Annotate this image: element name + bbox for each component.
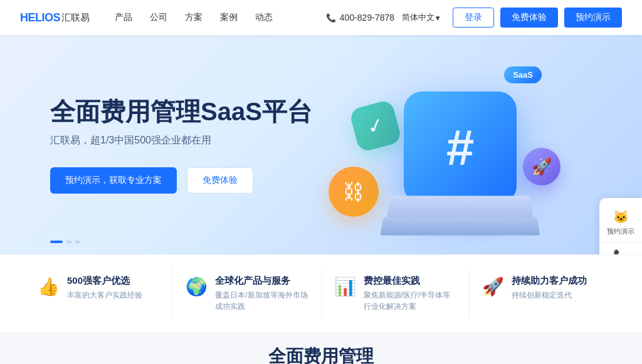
feature-title-0: 500强客户优选	[67, 275, 142, 287]
phone-number: 400-829-7878	[340, 13, 394, 23]
side-panel-phone[interactable]: 📞 电话咨询	[599, 242, 642, 254]
thumbs-up-icon: 👍	[38, 276, 60, 297]
nav-language[interactable]: 简体中文 ▾	[402, 12, 440, 23]
feature-desc-3: 持续创新稳定迭代	[512, 289, 587, 301]
logo-helios: HELIOS	[20, 11, 60, 24]
feature-title-2: 费控最佳实践	[364, 275, 456, 287]
feature-text-0: 500强客户优选 丰富的大客户实践经验	[67, 275, 142, 301]
nav-item-company[interactable]: 公司	[150, 12, 167, 23]
nav-item-products[interactable]: 产品	[115, 12, 132, 23]
hero-buttons: 预约演示，获取专业方案 免费体验	[50, 167, 312, 194]
phone-call-icon: 📞	[613, 249, 629, 254]
side-panel-demo[interactable]: 🐱 预约演示	[599, 203, 642, 242]
globe-icon: 🌍	[186, 276, 208, 297]
demo-button[interactable]: 预约演示	[564, 8, 622, 28]
logo-brand: 汇联易	[61, 12, 90, 24]
bottom-section: 全面费用管理	[0, 332, 642, 364]
feature-desc-2: 聚焦新能源/医疗/半导体等行业化解决方案	[364, 289, 456, 312]
dot-active	[50, 241, 63, 243]
hero-title: 全面费用管理SaaS平台	[50, 96, 312, 127]
chevron-down-icon: ▾	[436, 13, 440, 23]
platform-hash-symbol: #	[446, 123, 475, 173]
side-panel-demo-label: 预约演示	[607, 227, 634, 236]
features-section: 👍 500强客户优选 丰富的大客户实践经验 🌍 全球化产品与服务 覆盖日本/新加…	[0, 254, 642, 332]
navbar: HELIOS 汇联易 产品 公司 方案 案例 动态 📞 400-829-7878…	[0, 0, 642, 35]
platform-base-2	[381, 217, 540, 236]
dot-inactive-1	[66, 241, 71, 243]
nav-item-solutions[interactable]: 方案	[185, 12, 203, 23]
bottom-title: 全面费用管理	[0, 345, 642, 364]
feature-title-1: 全球化产品与服务	[215, 275, 308, 287]
free-trial-button[interactable]: 免费体验	[500, 8, 558, 28]
hero-free-button[interactable]: 免费体验	[187, 167, 253, 194]
login-button[interactable]: 登录	[453, 8, 494, 28]
hero-subtitle: 汇联易，超1/3中国500强企业都在用	[50, 134, 312, 147]
side-panel: 🐱 预约演示 📞 电话咨询 📱 App下载	[599, 198, 642, 254]
language-label: 简体中文	[402, 12, 434, 23]
logo: HELIOS 汇联易	[20, 11, 90, 24]
rocket-icon: 🚀	[482, 276, 504, 297]
hero-content: 全面费用管理SaaS平台 汇联易，超1/3中国500强企业都在用 预约演示，获取…	[0, 96, 312, 194]
saas-badge: SaaS	[504, 66, 542, 83]
nav-item-news[interactable]: 动态	[255, 12, 273, 23]
chart-icon: 📊	[334, 276, 356, 297]
hero-section: 全面费用管理SaaS平台 汇联易，超1/3中国500强企业都在用 预约演示，获取…	[0, 35, 642, 254]
feature-desc-1: 覆盖日本/新加坡等海外市场成功实践	[215, 289, 308, 312]
feature-item-0: 👍 500强客户优选 丰富的大客户实践经验	[25, 268, 173, 320]
dot-inactive-2	[75, 241, 80, 243]
hero-demo-button[interactable]: 预约演示，获取专业方案	[50, 167, 177, 194]
hero-dots	[50, 241, 80, 243]
nav-phone: 📞 400-829-7878	[326, 13, 394, 23]
phone-icon: 📞	[326, 13, 336, 23]
float-rocket-icon: 🚀	[523, 148, 560, 185]
platform-box: #	[404, 91, 517, 204]
feature-item-2: 📊 费控最佳实践 聚焦新能源/医疗/半导体等行业化解决方案	[322, 268, 470, 320]
cat-mascot-icon: 🐱	[613, 209, 629, 224]
feature-text-3: 持续助力客户成功 持续创新稳定迭代	[512, 275, 587, 301]
nav-actions: 登录 免费体验 预约演示	[453, 8, 622, 28]
feature-text-1: 全球化产品与服务 覆盖日本/新加坡等海外市场成功实践	[215, 275, 308, 312]
nav-item-cases[interactable]: 案例	[220, 12, 238, 23]
float-checkmark-icon: ✓	[349, 99, 403, 153]
hero-illustration: SaaS ✓ ⛓ 🚀 #	[316, 48, 579, 242]
feature-item-3: 🚀 持续助力客户成功 持续创新稳定迭代	[470, 268, 617, 320]
float-link-icon: ⛓	[329, 167, 379, 217]
feature-text-2: 费控最佳实践 聚焦新能源/医疗/半导体等行业化解决方案	[364, 275, 456, 312]
feature-desc-0: 丰富的大客户实践经验	[67, 289, 142, 301]
nav-links: 产品 公司 方案 案例 动态	[115, 12, 326, 23]
feature-item-1: 🌍 全球化产品与服务 覆盖日本/新加坡等海外市场成功实践	[173, 268, 321, 320]
feature-title-3: 持续助力客户成功	[512, 275, 587, 287]
